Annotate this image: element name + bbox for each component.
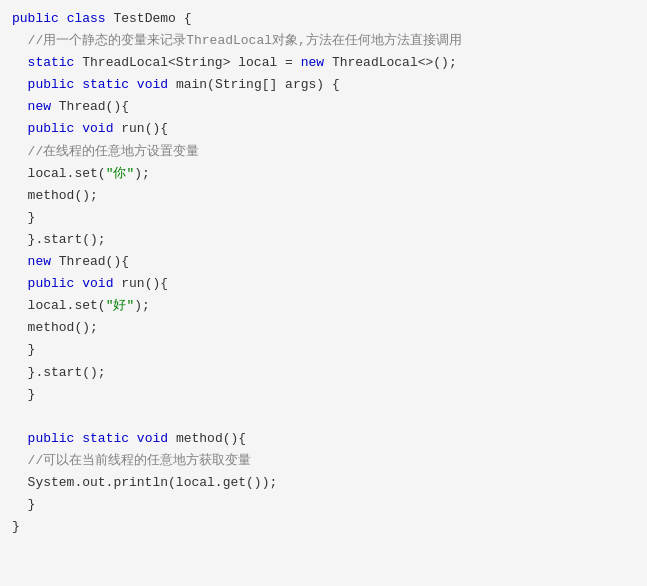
line-10: } [12, 207, 635, 229]
line-1: public class TestDemo { [12, 8, 635, 30]
line-13: public void run(){ [12, 273, 635, 295]
line-3: static ThreadLocal<String> local = new T… [12, 52, 635, 74]
line-17: }.start(); [12, 362, 635, 384]
line-18: } [12, 384, 635, 406]
line-8: local.set("你"); [12, 163, 635, 185]
line-14: local.set("好"); [12, 295, 635, 317]
line-7: //在线程的任意地方设置变量 [12, 141, 635, 163]
line-9: method(); [12, 185, 635, 207]
line-5: new Thread(){ [12, 96, 635, 118]
line-4: public static void main(String[] args) { [12, 74, 635, 96]
line-16: } [12, 339, 635, 361]
line-11: }.start(); [12, 229, 635, 251]
line-2: //用一个静态的变量来记录ThreadLocal对象,方法在任何地方法直接调用 [12, 30, 635, 52]
line-23: } [12, 494, 635, 516]
line-15: method(); [12, 317, 635, 339]
line-19 [12, 406, 635, 428]
code-editor: public class TestDemo { //用一个静态的变量来记录Thr… [0, 0, 647, 586]
line-6: public void run(){ [12, 118, 635, 140]
line-20: public static void method(){ [12, 428, 635, 450]
line-12: new Thread(){ [12, 251, 635, 273]
line-24: } [12, 516, 635, 538]
line-22: System.out.println(local.get()); [12, 472, 635, 494]
line-21: //可以在当前线程的任意地方获取变量 [12, 450, 635, 472]
